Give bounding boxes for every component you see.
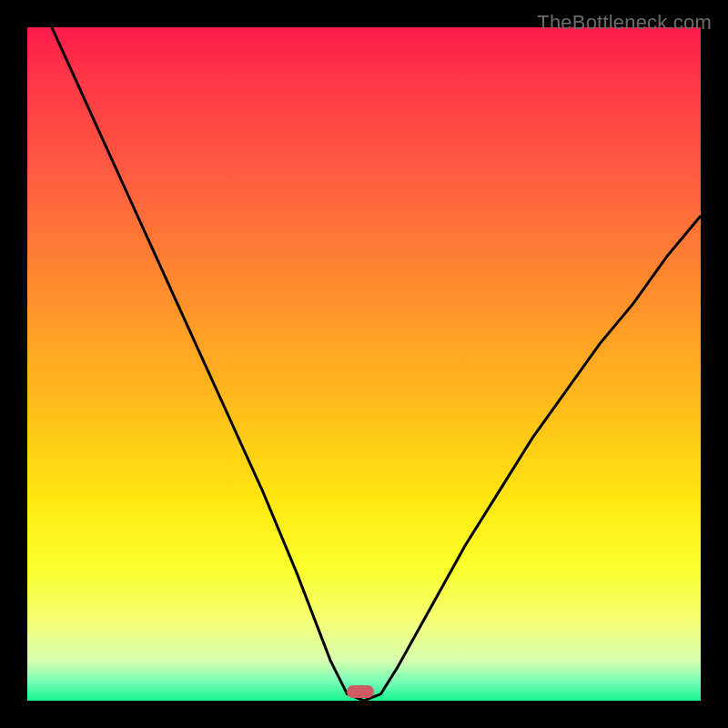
watermark-text: TheBottleneck.com [537, 11, 712, 35]
chart-frame: TheBottleneck.com [11, 11, 717, 717]
plot-area [27, 27, 701, 701]
curve-line [27, 27, 701, 701]
min-marker [347, 685, 374, 698]
curve-plot [27, 27, 701, 701]
